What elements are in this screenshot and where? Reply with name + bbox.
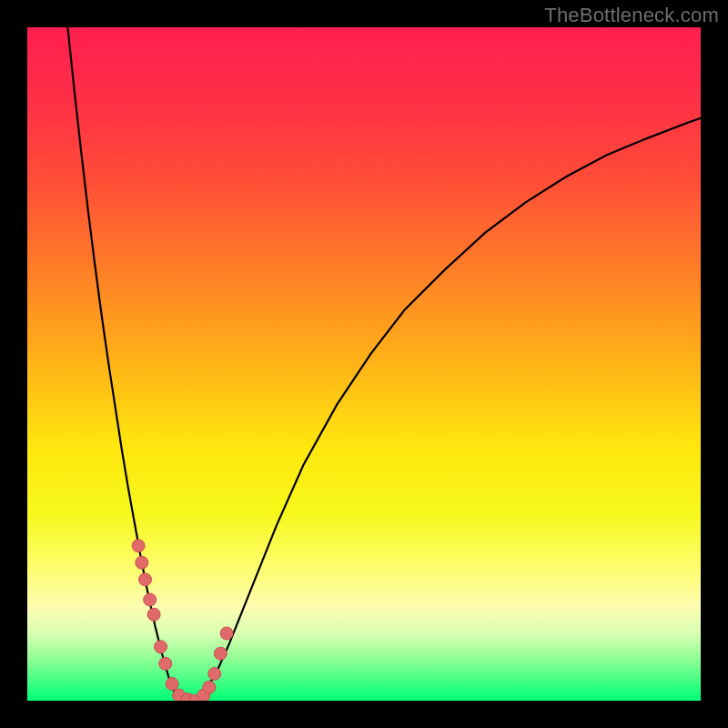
data-marker xyxy=(214,647,227,660)
data-marker xyxy=(166,678,178,691)
data-marker xyxy=(136,556,148,569)
data-marker xyxy=(147,608,160,621)
data-marker xyxy=(132,540,145,552)
plot-area xyxy=(27,27,701,701)
data-marker xyxy=(159,657,172,670)
data-marker xyxy=(155,641,167,653)
chart-svg xyxy=(27,27,701,701)
watermark-text: TheBottleneck.com xyxy=(544,4,719,27)
data-marker xyxy=(208,667,221,680)
chart-frame: TheBottleneck.com xyxy=(0,0,728,728)
data-marker xyxy=(203,681,216,693)
data-marker xyxy=(220,627,233,640)
data-marker xyxy=(139,573,152,586)
data-marker xyxy=(144,593,157,606)
